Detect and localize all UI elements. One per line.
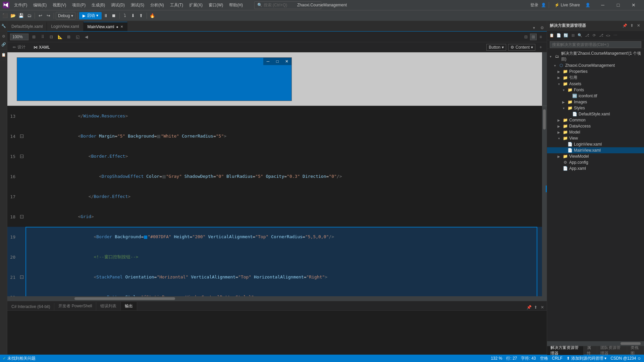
toolbox-icon[interactable]: 🔧 — [0, 22, 7, 30]
code-hscrollbar[interactable] — [7, 296, 547, 301]
tab-mainview[interactable]: MainView.xaml ● ✕ — [84, 22, 127, 31]
tree-item-dataaccess[interactable]: ▶ 📁 DataAccess — [547, 123, 644, 129]
fold-btn-21[interactable]: ─ — [20, 275, 23, 279]
status-line-ending[interactable]: CRLF — [552, 356, 562, 361]
add-element-btn[interactable]: + — [537, 44, 544, 51]
restore-button[interactable]: □ — [610, 0, 626, 10]
tab-settings-btn[interactable]: ⚙ — [539, 24, 545, 31]
content-dropdown[interactable]: ⚙ Content ▾ — [508, 44, 535, 51]
code-line-13[interactable]: </Window.Resources> — [25, 106, 542, 126]
guidelines-btn[interactable]: ⊞ — [65, 34, 72, 40]
preview-restore-btn[interactable]: □ — [273, 58, 282, 65]
code-vscrollbar[interactable] — [542, 106, 547, 296]
arrow-solution[interactable]: ▾ — [548, 54, 553, 59]
tree-item-refs[interactable]: ▶ 📁 引用 — [547, 74, 644, 81]
code-line-18[interactable]: <Grid> — [25, 207, 542, 227]
status-problems[interactable]: ✓ 未找到相关问题 — [3, 356, 36, 361]
preview-vscrollbar[interactable] — [542, 52, 547, 106]
arrow-project[interactable]: ▾ — [552, 63, 557, 68]
tab-mainview-close[interactable]: ✕ — [120, 25, 123, 29]
right-tab-classview[interactable]: 类视图 — [627, 346, 644, 355]
code-only-btn[interactable]: ≡ — [537, 34, 544, 40]
design-tab[interactable]: ✏ 设计 — [10, 43, 28, 51]
menu-build[interactable]: 生成(B) — [89, 2, 108, 9]
tree-item-images[interactable]: ▶ 📁 Images — [547, 99, 644, 105]
sol-properties-btn[interactable]: 📋 — [548, 32, 555, 39]
tree-item-model[interactable]: ▶ 📁 Model — [547, 129, 644, 135]
user-login[interactable]: 登录 — [530, 2, 538, 8]
artboard-btn[interactable]: ◱ — [74, 34, 81, 40]
binding-icon[interactable]: 🔗 — [0, 41, 7, 48]
code-line-16[interactable]: <DropShadowEffect Color="Gray" ShadowDep… — [25, 166, 542, 187]
pause-btn[interactable]: ⏸ — [102, 12, 110, 19]
tree-item-properties[interactable]: ▶ 📁 Properties — [547, 68, 644, 74]
right-tab-properties[interactable]: 属性 — [584, 346, 597, 355]
menu-help[interactable]: 帮助(H) — [226, 2, 246, 9]
sol-close-btn[interactable]: ✕ — [635, 23, 641, 29]
code-line-19[interactable]: <Border Background="#007DFA" Height="200… — [25, 227, 542, 247]
sol-filter-btn[interactable]: 🔍 — [577, 32, 583, 39]
tree-item-viewmodel[interactable]: ▶ 📁 ViewModel — [547, 153, 644, 159]
fold-btn-15[interactable]: ─ — [20, 155, 23, 158]
tree-item-common[interactable]: ▶ 📁 Common — [547, 117, 644, 123]
step-out-btn[interactable]: ⬆ — [138, 12, 145, 19]
sol-hscrollbar-thumb[interactable] — [621, 342, 641, 345]
arrow-assets[interactable]: ▾ — [556, 82, 561, 86]
panel-close-btn[interactable]: ✕ — [539, 304, 545, 310]
code-line-14[interactable]: <Border Margin="5" Background="White" Co… — [25, 126, 542, 146]
snap-btn[interactable]: ⊟ — [48, 34, 55, 40]
code-line-20[interactable]: <!--窗口控制按钮--> — [25, 247, 542, 267]
tab-list-btn[interactable]: ▾ — [531, 24, 537, 31]
tree-item-loginview[interactable]: ▶ 📄 LoginView.xaml — [547, 141, 644, 147]
arrow-styles[interactable]: ▾ — [561, 106, 566, 110]
split-vertical-btn[interactable]: ⊞ — [530, 34, 537, 40]
tree-item-appconfig[interactable]: ▶ ⚙ App.config — [547, 159, 644, 165]
step-over-btn[interactable]: ⤵ — [121, 12, 129, 19]
tree-item-iconfont[interactable]: ▶ 🔤 iconfont.ttf — [547, 93, 644, 99]
output-tab-csharp[interactable]: C# Interactive (64-bit) — [7, 303, 54, 310]
menu-edit[interactable]: 编辑(E) — [31, 2, 49, 9]
tree-item-assets[interactable]: ▾ 📁 Assets — [547, 81, 644, 87]
sol-refresh-btn[interactable]: 🔄 — [562, 32, 569, 39]
grid-btn[interactable]: ⠿ — [39, 34, 46, 40]
xaml-tab[interactable]: ⋈ XAML — [31, 44, 53, 51]
sol-more-btn[interactable]: ⋯ — [612, 32, 619, 39]
menu-analyze[interactable]: 分析(N) — [148, 2, 167, 9]
fit-btn[interactable]: ⊞ — [31, 34, 37, 40]
sol-git-btn[interactable]: ⎇ — [584, 32, 590, 39]
arrow-fonts[interactable]: ▾ — [561, 88, 566, 92]
stop-btn[interactable]: ⏹ — [110, 12, 118, 19]
preview-minimize-btn[interactable]: ─ — [263, 58, 273, 65]
preview-close-btn[interactable]: ✕ — [282, 58, 291, 65]
menu-extensions[interactable]: 扩展(X) — [186, 2, 205, 9]
menu-tools[interactable]: 工具(T) — [167, 2, 186, 9]
status-char[interactable]: 字符: 43 — [521, 356, 536, 361]
solution-search-input[interactable] — [550, 41, 641, 48]
save-btn[interactable]: 💾 — [17, 12, 25, 19]
run-button[interactable]: ▶ 启动 ▾ — [79, 12, 101, 19]
sol-collapse-all-btn[interactable]: ⊟ — [570, 32, 576, 39]
open-btn[interactable]: 📂 — [9, 12, 17, 19]
solution-hscrollbar[interactable] — [547, 341, 644, 346]
fold-btn-14[interactable]: ─ — [20, 135, 23, 138]
expand-icon[interactable]: ◀ — [83, 34, 90, 40]
arrow-view[interactable]: ▾ — [556, 136, 561, 141]
property-icon[interactable]: 📋 — [0, 51, 7, 58]
tree-item-appxaml[interactable]: ▶ 📄 App.xaml — [547, 165, 644, 171]
split-horizontal-btn[interactable]: ⊟ — [523, 34, 529, 40]
status-position[interactable]: 行: 27 — [506, 356, 517, 361]
menu-test[interactable]: 测试(S) — [128, 2, 147, 9]
right-tab-team[interactable]: 团队资源管理器 — [597, 346, 627, 355]
hot-reload-btn[interactable]: 🔥 — [149, 12, 156, 19]
tree-item-fonts[interactable]: ▾ 📁 Fonts — [547, 87, 644, 93]
output-tab-output[interactable]: 输出 — [121, 302, 137, 310]
right-tab-solution[interactable]: 解决方案资源管理器 — [547, 346, 584, 355]
panel-float-btn[interactable]: ⬆ — [533, 304, 539, 310]
tree-item-view[interactable]: ▾ 📁 View — [547, 135, 644, 141]
tab-defaultstyle[interactable]: DefaultStyle.xaml — [7, 22, 47, 31]
menu-window[interactable]: 窗口(W) — [206, 2, 226, 9]
menu-file[interactable]: 文件(F) — [11, 2, 30, 9]
code-line-21[interactable]: <StackPanel Orientation="Horizontal" Ver… — [25, 267, 542, 287]
code-line-22[interactable]: <Button Style="{StaticResource WindowCon… — [25, 287, 542, 296]
output-tab-errors[interactable]: 错误列表 — [96, 302, 121, 310]
